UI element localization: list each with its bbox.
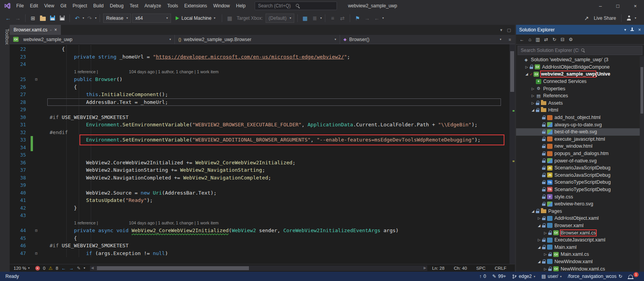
code-line-26[interactable]: 26 { [10,83,509,91]
se-vertical-scrollbar[interactable] [640,56,644,272]
navigate-back-button[interactable]: ← [4,14,12,23]
line-number[interactable]: 32 [10,129,31,136]
expander-collapsed-icon[interactable]: ▷ [530,94,536,98]
tree-item-main-xaml-cs[interactable]: ▷C#Main.xaml.cs [516,251,644,258]
menu-test[interactable]: Test [127,0,142,12]
line-number[interactable]: 28 [10,98,31,106]
code-line-42[interactable]: 42 } [10,204,509,212]
configuration-select[interactable]: Release ▾ [103,14,131,23]
expander-collapsed-icon[interactable]: ▷ [542,252,548,256]
tab-close-icon[interactable]: × [54,27,57,33]
expander-collapsed-icon[interactable]: ▷ [530,87,536,91]
tree-item-executejavascript-xaml[interactable]: ▷ExecuteJavascript.xaml [516,236,644,244]
tree-item-style-css[interactable]: #style.css [516,193,644,200]
menu-build[interactable]: Build [90,0,107,12]
vertical-scrollbar-thumb[interactable] [510,51,514,92]
tree-item-webview-hero-svg[interactable]: webview-hero.svg [516,200,644,208]
pending-changes-button[interactable]: ✎ 99+ [492,274,506,279]
line-number[interactable]: 42 [10,204,31,212]
tree-item-scenariotypescriptdebug[interactable]: TSScenarioTypeScriptDebug [516,186,644,193]
line-number[interactable]: 47 [10,250,31,257]
code-line-34[interactable]: 34 [10,144,509,152]
tree-item-browser-xaml-cs[interactable]: ▷C#Browser.xaml.cs [516,229,644,236]
live-share-button[interactable]: Live Share [594,16,616,21]
breadcrumb-method[interactable]: ◆ Browser() ▾ [340,35,505,44]
se-refresh-icon[interactable]: ↻ [552,37,556,42]
bookmark-prev-button[interactable]: ← [373,14,381,23]
line-number[interactable]: 26 [10,83,31,91]
line-number[interactable]: 27 [10,91,31,98]
chevron-down-icon[interactable]: ▾ [635,16,636,20]
line-number[interactable]: 30 [10,114,31,121]
line-number[interactable]: 23 [10,53,31,61]
line-number[interactable]: 45 [10,234,31,242]
code-line-35[interactable]: 35 [10,151,509,159]
line-number[interactable]: 33 [10,136,31,144]
code-line-44[interactable]: 44⊟ private async void WebView2_CoreWebV… [10,227,509,234]
scroll-left-icon[interactable]: ◀ [91,266,94,270]
tree-item-scenariojavascriptdebug[interactable]: JSScenarioJavaScriptDebug [516,172,644,179]
line-number[interactable]: 37 [10,166,31,174]
window-position-icon[interactable]: ▾ [624,28,626,32]
account-avatar[interactable] [627,16,632,21]
menu-analyze[interactable]: Analyze [142,0,164,12]
codelens-references[interactable]: 1 reference | [74,221,98,225]
codelens-history[interactable]: 104 days ago | 1 author, 1 change | 1 wo… [129,221,219,225]
tree-item-browser-xaml[interactable]: ◢Browser.xaml [516,222,644,229]
open-folder-button[interactable] [38,14,47,23]
code-line-40[interactable]: 40 WebView2.Source = new Uri(AddressBar.… [10,189,509,197]
redo-button[interactable]: ↷ [85,14,94,23]
line-number[interactable]: 31 [10,121,31,129]
outgoing-commits-button[interactable]: ↑ 0 [479,274,486,279]
navigate-forward-button[interactable]: → [14,14,22,23]
document-list-icon[interactable]: ▾ [500,28,502,33]
maximize-button[interactable]: □ [609,0,627,12]
codelens-references[interactable]: 1 reference | [74,69,98,74]
code-line-41[interactable]: 41 StatusUpdate("Ready"); [10,197,509,204]
branch-picker[interactable]: edge2 ▾ [512,274,535,279]
tree-item-popups-and-dialogs-htm[interactable]: popups_and_dialogs.htm [516,150,644,157]
menu-help[interactable]: Help [233,0,249,12]
tree-item-main-xaml[interactable]: ◢Main.xaml [516,243,644,251]
horizontal-scrollbar-thumb[interactable] [97,266,249,270]
expander-expanded-icon[interactable]: ◢ [536,224,542,228]
line-number[interactable]: 46 [10,242,31,250]
menu-git[interactable]: Git [57,0,69,12]
code-line-31[interactable]: 31 Environment.SetEnvironmentVariable("W… [10,121,509,129]
attach-monitor-button[interactable]: ▦ [301,14,309,23]
swap-button[interactable]: ⇄ [338,14,347,23]
line-ending-indicator[interactable]: CRLF [495,266,506,271]
repository-picker[interactable]: ▤ user/ ▾ [541,274,561,279]
expander-expanded-icon[interactable]: ◢ [524,72,530,76]
code-line-46[interactable]: 46#if USE_WEBVIEW2_SMOKETEST [10,242,509,250]
save-button[interactable] [48,14,57,23]
codelens-row[interactable]: 1 reference |104 days ago | 1 author, 1 … [10,68,509,76]
tree-item-references[interactable]: ▷▤References [516,92,644,100]
new-project-button[interactable]: ⊞ [29,14,37,23]
tree-item-solution-webview2-sample-uwp-3[interactable]: ◈Solution 'webview2_sample_uwp' (3 [516,56,644,64]
line-number[interactable]: 40 [10,189,31,197]
line-number[interactable]: 29 [10,106,31,114]
code-line-23[interactable]: 23 private string _homeUrl = "https://de… [10,53,509,61]
code-line-39[interactable]: 39 [10,181,509,189]
tree-item-properties[interactable]: ▷⚙Properties [516,85,644,92]
menu-extensions[interactable]: Extensions [181,0,210,12]
menu-file[interactable]: File [13,0,27,12]
navbar-more-icon[interactable]: ≡ [505,35,515,44]
expander-expanded-icon[interactable]: ◢ [536,260,542,264]
expander-collapsed-icon[interactable]: ▷ [524,65,530,69]
fold-marker-icon[interactable]: ⊟ [33,227,40,234]
line-number[interactable]: 41 [10,197,31,204]
line-number[interactable] [10,219,31,227]
menu-edit[interactable]: Edit [27,0,41,12]
horizontal-scrollbar[interactable]: ◀ ▶ [90,265,428,271]
work-item-picker[interactable]: /force_navigation_wcos ↻ [568,274,622,279]
tree-item-scenariojavascriptdebug[interactable]: JSScenarioJavaScriptDebug [516,164,644,172]
tree-item-html[interactable]: ◢Html [516,107,644,114]
tree-item-scenariotypescriptdebug[interactable]: TSScenarioTypeScriptDebug [516,179,644,186]
code-line-30[interactable]: 30#if USE_WEBVIEW2_SMOKETEST [10,114,509,121]
bookmark-button[interactable]: ⚑ [353,14,362,23]
close-button[interactable]: × [627,0,644,12]
code-line-33[interactable]: 33 Environment.SetEnvironmentVariable("W… [10,136,509,144]
se-properties-icon[interactable]: ⚙ [569,37,573,42]
